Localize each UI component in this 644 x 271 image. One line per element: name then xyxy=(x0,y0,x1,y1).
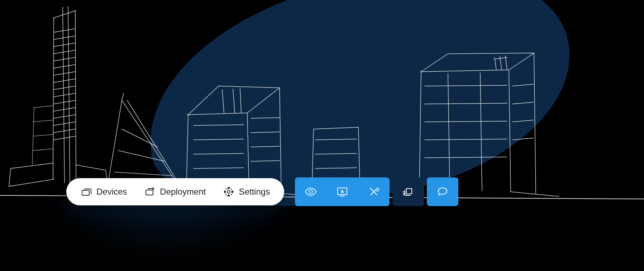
svg-rect-5 xyxy=(406,189,412,194)
gear-icon xyxy=(223,186,234,198)
action-segment-1 xyxy=(295,177,390,206)
tools-button[interactable] xyxy=(358,177,390,206)
main-toolbar: Devices Deployment Settings xyxy=(66,178,284,205)
devices-icon xyxy=(81,186,92,198)
layers-button[interactable] xyxy=(392,177,424,206)
action-toolbar xyxy=(295,177,461,206)
toolbar-container: Devices Deployment Settings xyxy=(66,177,461,206)
svg-rect-1 xyxy=(146,190,153,195)
chat-button[interactable] xyxy=(427,177,458,206)
action-segment-2 xyxy=(392,177,424,206)
devices-label: Devices xyxy=(96,187,127,197)
settings-label: Settings xyxy=(239,187,270,197)
deployment-icon xyxy=(144,186,156,198)
svg-point-2 xyxy=(227,190,230,193)
eye-icon xyxy=(304,185,317,198)
settings-button[interactable]: Settings xyxy=(223,186,270,198)
tools-icon xyxy=(367,185,380,198)
devices-button[interactable]: Devices xyxy=(81,186,127,198)
chat-icon xyxy=(436,185,449,198)
layers-icon xyxy=(402,185,415,198)
monitor-cursor-icon xyxy=(336,185,349,198)
svg-rect-0 xyxy=(82,190,89,195)
remote-control-button[interactable] xyxy=(326,177,358,206)
deployment-label: Deployment xyxy=(160,187,206,197)
action-segment-3 xyxy=(427,177,458,206)
view-button[interactable] xyxy=(295,177,326,206)
svg-point-3 xyxy=(309,190,313,194)
deployment-button[interactable]: Deployment xyxy=(144,186,206,198)
toolbar-shadow xyxy=(43,199,294,256)
